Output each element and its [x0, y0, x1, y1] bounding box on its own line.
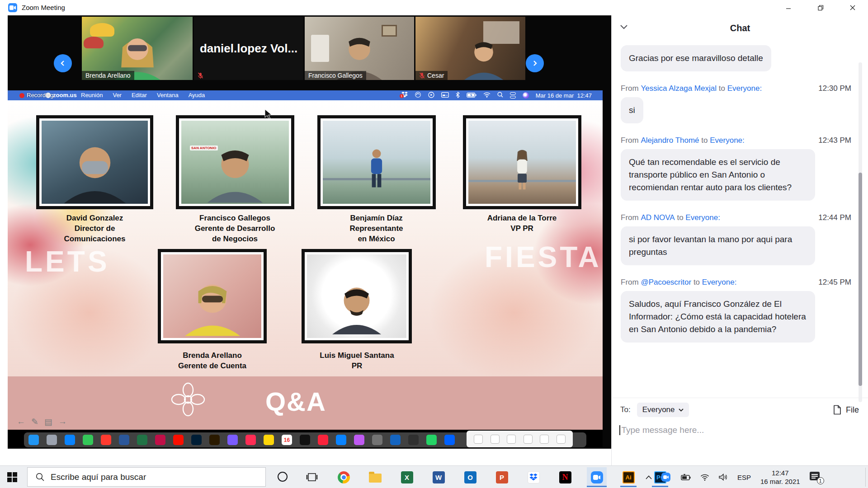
video-tile-francisco[interactable]: Francisco Gallegos — [305, 17, 414, 80]
dock-app-icon — [119, 435, 129, 445]
slide-pen-icon: ✎ — [31, 417, 38, 427]
netflix-icon[interactable]: N — [555, 467, 575, 487]
outlook-icon[interactable]: O — [460, 467, 480, 487]
recipient-dropdown[interactable]: Everyone — [637, 403, 689, 417]
recipient-link[interactable]: Everyone: — [710, 136, 745, 145]
restore-button[interactable] — [809, 0, 832, 15]
flower-logo-icon — [170, 382, 206, 417]
excel-icon[interactable]: X — [397, 467, 417, 487]
file-button[interactable]: File — [833, 405, 859, 415]
tray-volume-icon[interactable] — [719, 474, 728, 481]
mac-clock: Mar 16 de mar 12:47 — [536, 92, 592, 99]
sender-name-link[interactable]: Yessica Alzaga Mexjal — [641, 84, 717, 93]
word-icon[interactable]: W — [429, 467, 448, 487]
file-icon — [833, 405, 841, 415]
dock-overlay-panel — [467, 431, 573, 447]
mouse-cursor — [264, 109, 273, 120]
umbrella-red — [84, 37, 104, 48]
dock-app-icon — [83, 435, 93, 445]
recipient-link[interactable]: Everyone: — [685, 213, 720, 222]
tray-battery-icon[interactable] — [680, 474, 691, 480]
sender-name-link[interactable]: AD NOVA — [641, 213, 675, 222]
tray-chevron-up-icon[interactable] — [646, 475, 652, 479]
speaker-title: VP PR — [458, 223, 586, 234]
message-time: 12:44 PM — [818, 213, 851, 222]
video-tile-daniel[interactable]: daniel.lopez Vol... — [194, 17, 303, 80]
system-tray: ESP 12:47 16 mar. 2021 1 — [646, 466, 821, 488]
dock-app-icon — [173, 435, 184, 445]
participant-name-label: Brenda Arellano — [82, 71, 134, 80]
dock-app-icon — [426, 435, 437, 445]
dropbox-menu-icon: 1 — [401, 92, 408, 99]
search-icon — [36, 473, 44, 481]
dock-app-icon — [264, 435, 274, 445]
dock-app-icon — [155, 435, 165, 445]
sender-name-link[interactable]: @Pacoescritor — [641, 278, 691, 287]
illustrator-icon[interactable]: Ai — [618, 467, 638, 487]
minimize-button[interactable] — [777, 0, 800, 15]
dropbox-icon[interactable] — [524, 467, 543, 487]
slide-forward-icon: → — [58, 417, 67, 427]
speaker-name: David Gonzalez — [30, 213, 159, 223]
notification-center-button[interactable]: 1 — [810, 472, 821, 483]
muted-indicator — [194, 71, 207, 80]
speaker-title: PR — [292, 361, 421, 371]
show-desktop-sliver[interactable] — [865, 468, 866, 487]
mural-text-left: LETS — [25, 245, 110, 278]
from-label: From — [621, 84, 639, 93]
menu-item-reunion: Reunión — [81, 92, 103, 99]
taskbar-clock[interactable]: 12:47 16 mar. 2021 — [760, 469, 800, 486]
wifi-menu-icon — [483, 92, 491, 99]
recording-dot — [19, 93, 24, 98]
file-explorer-icon[interactable] — [365, 467, 385, 487]
speaker-name: Francisco Gallegos — [170, 213, 299, 223]
video-tile-brenda[interactable]: Brenda Arellano — [82, 17, 193, 80]
task-view-button[interactable] — [302, 467, 322, 487]
participant-silhouette — [454, 36, 513, 80]
qa-title: Q&A — [265, 386, 326, 417]
menu-item-ver: Ver — [113, 92, 122, 99]
chrome-icon[interactable] — [334, 467, 354, 487]
next-videos-button[interactable] — [526, 54, 544, 72]
close-button[interactable] — [841, 0, 864, 15]
chat-message-bubble: Gracias por ese maravilloso detalle — [621, 45, 771, 71]
participant-name: Brenda Arellano — [85, 72, 131, 79]
language-indicator[interactable]: ESP — [737, 474, 751, 481]
start-button[interactable] — [7, 472, 17, 482]
dropbox-badge: 1 — [400, 94, 404, 98]
speaker-name: Brenda Arellano — [148, 350, 277, 361]
participant-name: Cesar — [427, 72, 444, 79]
video-tile-cesar[interactable]: Cesar — [415, 17, 525, 80]
taskbar-search-input[interactable]: Escribe aquí para buscar — [27, 467, 266, 487]
dock-app-icon — [245, 435, 256, 445]
zoom-taskbar-icon[interactable] — [587, 467, 607, 487]
chat-message-bubble: Qué tan recomendable es el servicio de t… — [621, 149, 815, 201]
recipient-link[interactable]: Everyone: — [727, 84, 762, 93]
from-label: From — [621, 136, 639, 145]
powerpoint-icon[interactable]: P — [492, 467, 512, 487]
speaker-name: Benjamín Díaz — [312, 213, 441, 223]
mac-app-name: zoom.us — [53, 92, 77, 99]
speaker-title: de Negocios — [170, 234, 299, 244]
mac-menu-status-icons: 1 — [401, 90, 592, 100]
speaker-photo-benjamin — [317, 115, 436, 209]
cortana-button[interactable] — [278, 472, 288, 482]
sender-name-link[interactable]: Alejandro Thomé — [641, 136, 699, 145]
previous-videos-button[interactable] — [54, 54, 72, 72]
participant-name: Francisco Gallegos — [308, 72, 363, 79]
dock-app-icon: 16 — [282, 435, 292, 445]
chat-message-bubble: si por favor levantan la mano por aqui p… — [621, 226, 815, 265]
speaker-name-block: Adriana de la Torre VP PR — [458, 213, 586, 234]
chat-scrollbar-thumb[interactable] — [859, 173, 862, 386]
slide-back-icon: ← — [17, 417, 25, 427]
tray-wifi-icon[interactable] — [700, 474, 709, 481]
speaker-title: Comunicaciones — [30, 234, 159, 244]
chat-message-input[interactable]: Type message here... — [619, 424, 854, 436]
tray-zoom-icon[interactable] — [661, 473, 670, 482]
chat-message-meta: From @Pacoescritor to Everyone: 12:45 PM — [621, 278, 851, 287]
speaker-title: Gerente de Desarrollo — [170, 223, 299, 234]
recipient-link[interactable]: Everyone: — [702, 278, 737, 287]
from-label: From — [621, 278, 639, 287]
slide-notes-icon: ▤ — [44, 417, 52, 427]
chat-message-bubble: Saludos, aquí Francisco González de El I… — [621, 291, 815, 343]
